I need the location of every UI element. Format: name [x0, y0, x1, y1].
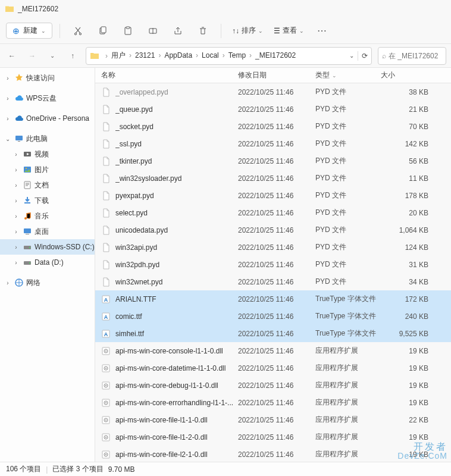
sidebar-item-label: 音乐 — [35, 211, 49, 221]
breadcrumb-segment[interactable]: 23121 — [134, 51, 156, 60]
chevron-down-icon: ⌄ — [41, 28, 46, 34]
file-row[interactable]: win32pdh.pyd2022/10/25 11:46PYD 文件31 KB — [95, 256, 451, 273]
svg-point-21 — [29, 262, 30, 264]
main: ›快速访问›WPS云盘›OneDrive - Persona⌄此电脑›视频›图片… — [0, 68, 451, 462]
col-size-header[interactable]: 大小 — [381, 70, 440, 80]
file-row[interactable]: api-ms-win-core-datetime-l1-1-0.dll2022/… — [95, 359, 451, 377]
file-row[interactable]: unicodedata.pyd2022/10/25 11:46PYD 文件1,0… — [95, 221, 451, 239]
file-row[interactable]: _overlapped.pyd2022/10/25 11:46PYD 文件38 … — [95, 83, 451, 101]
breadcrumb-segment[interactable]: Local — [201, 51, 220, 60]
file-date: 2022/10/25 11:46 — [238, 399, 315, 407]
cut-button[interactable] — [67, 21, 89, 40]
file-row[interactable]: win32api.pyd2022/10/25 11:46PYD 文件124 KB — [95, 239, 451, 256]
breadcrumb[interactable]: › 用户›23121›AppData›Local›Temp›_MEI172602… — [86, 47, 372, 65]
chevron-right-icon: › — [4, 95, 12, 102]
file-type: 应用程序扩展 — [315, 380, 381, 390]
file-row[interactable]: api-ms-win-core-file-l2-1-0.dll2022/10/2… — [95, 446, 451, 462]
file-row[interactable]: win32wnet.pyd2022/10/25 11:46PYD 文件34 KB — [95, 273, 451, 290]
file-row[interactable]: api-ms-win-core-debug-l1-1-0.dll2022/10/… — [95, 377, 451, 394]
file-row[interactable]: api-ms-win-core-errorhandling-l1-1-...20… — [95, 394, 451, 411]
file-row[interactable]: api-ms-win-core-file-l1-1-0.dll2022/10/2… — [95, 411, 451, 428]
file-row[interactable]: api-ms-win-core-console-l1-1-0.dll2022/1… — [95, 342, 451, 359]
chevron-down-icon[interactable]: ⌄ — [349, 52, 354, 59]
file-type: PYD 文件 — [315, 259, 381, 270]
back-button[interactable]: ← — [5, 49, 19, 63]
file-size: 22 KB — [381, 416, 440, 424]
sidebar[interactable]: ›快速访问›WPS云盘›OneDrive - Persona⌄此电脑›视频›图片… — [0, 68, 95, 462]
refresh-button[interactable]: ⟳ — [362, 52, 368, 60]
file-date: 2022/10/25 11:46 — [238, 88, 315, 96]
file-type: 应用程序扩展 — [315, 432, 381, 442]
more-button[interactable]: ⋯ — [311, 21, 333, 40]
col-date-header[interactable]: 修改日期 — [238, 70, 315, 80]
sidebar-item-videos[interactable]: ›视频 — [0, 146, 95, 162]
breadcrumb-segment[interactable]: AppData — [163, 51, 193, 60]
breadcrumb-segment[interactable]: _MEI172602 — [254, 51, 297, 60]
view-button[interactable]: ☰ 查看 ⌄ — [270, 26, 308, 36]
sidebar-item-drive-c[interactable]: ›Windows-SSD (C:) — [0, 239, 95, 255]
share-button[interactable] — [167, 21, 189, 40]
file-row[interactable]: _win32sysloader.pyd2022/10/25 11:46PYD 文… — [95, 170, 451, 187]
sidebar-item-music[interactable]: ›音乐 — [0, 208, 95, 224]
file-row[interactable]: _ssl.pyd2022/10/25 11:46PYD 文件142 KB — [95, 135, 451, 152]
sort-label: 排序 — [242, 26, 256, 36]
file-row[interactable]: Acomic.ttf2022/10/25 11:46TrueType 字体文件2… — [95, 308, 451, 325]
file-date: 2022/10/25 11:46 — [238, 261, 315, 269]
search-input[interactable] — [389, 52, 442, 60]
svg-rect-13 — [24, 202, 30, 203]
file-size: 19 KB — [381, 364, 440, 372]
sidebar-item-onedrive[interactable]: ›OneDrive - Persona — [0, 111, 95, 126]
sidebar-item-documents[interactable]: ›文档 — [0, 177, 95, 193]
chevron-right-icon: › — [247, 51, 254, 60]
file-list[interactable]: _overlapped.pyd2022/10/25 11:46PYD 文件38 … — [95, 83, 451, 462]
sidebar-item-desktop[interactable]: ›桌面 — [0, 224, 95, 239]
chevron-right-icon: › — [12, 198, 20, 204]
paste-button[interactable] — [117, 21, 139, 40]
sidebar-item-label: 图片 — [35, 165, 49, 175]
sidebar-item-quick-access[interactable]: ›快速访问 — [0, 70, 95, 86]
status-total: 106 个项目 — [6, 464, 41, 474]
file-date: 2022/10/25 11:46 — [238, 243, 315, 252]
file-size: 172 KB — [381, 295, 440, 303]
sidebar-item-wps-cloud[interactable]: ›WPS云盘 — [0, 90, 95, 106]
file-row[interactable]: Asimhei.ttf2022/10/25 11:46TrueType 字体文件… — [95, 325, 451, 342]
sidebar-item-label: 视频 — [35, 149, 49, 159]
file-row[interactable]: api-ms-win-core-file-l1-2-0.dll2022/10/2… — [95, 428, 451, 446]
copy-button[interactable] — [92, 21, 114, 40]
file-row[interactable]: _queue.pyd2022/10/25 11:46PYD 文件21 KB — [95, 101, 451, 118]
sort-button[interactable]: ↑↓ 排序 ⌄ — [228, 26, 267, 36]
svg-rect-5 — [126, 27, 130, 29]
file-size: 19 KB — [381, 381, 440, 390]
delete-button[interactable] — [192, 21, 214, 40]
file-row[interactable]: _socket.pyd2022/10/25 11:46PYD 文件70 KB — [95, 118, 451, 135]
search-box[interactable]: ⌕ — [378, 47, 446, 65]
chevron-down-icon: ⌄ — [258, 28, 263, 34]
up-button[interactable]: ↑ — [65, 49, 80, 63]
rename-button[interactable] — [142, 21, 164, 40]
file-row[interactable]: pyexpat.pyd2022/10/25 11:46PYD 文件178 KB — [95, 187, 451, 204]
svg-rect-7 — [15, 136, 23, 140]
forward-button[interactable]: → — [25, 49, 39, 63]
recent-dropdown[interactable]: ⌄ — [45, 49, 59, 63]
sidebar-item-downloads[interactable]: ›下载 — [0, 193, 95, 208]
col-type-header[interactable]: 类型⌄ — [315, 70, 381, 80]
file-row[interactable]: AARIALN.TTF2022/10/25 11:46TrueType 字体文件… — [95, 290, 451, 308]
file-type: PYD 文件 — [315, 277, 381, 287]
breadcrumb-segment[interactable]: Temp — [227, 51, 247, 60]
new-button[interactable]: ⊕ 新建 ⌄ — [6, 23, 52, 39]
file-row[interactable]: select.pyd2022/10/25 11:46PYD 文件20 KB — [95, 204, 451, 221]
file-date: 2022/10/25 11:46 — [238, 364, 315, 372]
sidebar-item-label: 此电脑 — [26, 134, 48, 144]
sidebar-item-pictures[interactable]: ›图片 — [0, 162, 95, 177]
file-row[interactable]: _tkinter.pyd2022/10/25 11:46PYD 文件56 KB — [95, 152, 451, 170]
file-size: 19 KB — [381, 450, 440, 459]
file-type: 应用程序扩展 — [315, 449, 381, 459]
breadcrumb-segment[interactable]: 用户 — [110, 51, 127, 60]
file-date: 2022/10/25 11:46 — [238, 278, 315, 286]
sidebar-item-drive-d[interactable]: ›Data (D:) — [0, 255, 95, 270]
sidebar-item-network[interactable]: ›网络 — [0, 275, 95, 290]
svg-point-0 — [74, 33, 76, 35]
sidebar-item-this-pc[interactable]: ⌄此电脑 — [0, 131, 95, 146]
file-type: PYD 文件 — [315, 208, 381, 218]
col-name-header[interactable]: 名称 — [101, 70, 238, 80]
